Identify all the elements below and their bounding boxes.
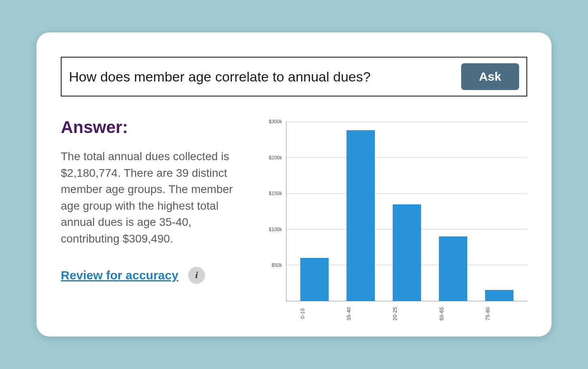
x-tick: 0-10 bbox=[300, 307, 328, 320]
ask-button[interactable]: Ask bbox=[461, 63, 519, 90]
y-tick: $200k bbox=[269, 155, 282, 161]
answer-body: The total annual dues collected is $2,18… bbox=[61, 148, 251, 247]
answer-column: Answer: The total annual dues collected … bbox=[61, 118, 251, 320]
chart-y-axis: $300k $200k $150k $100k $50k bbox=[263, 122, 286, 301]
x-tick: 35-40 bbox=[346, 307, 374, 320]
x-tick: 20-25 bbox=[392, 307, 421, 320]
chart-bar bbox=[485, 290, 513, 301]
chart-column: $300k $200k $150k $100k $50k bbox=[263, 118, 527, 320]
chart-bars bbox=[287, 122, 527, 301]
query-bar: Ask bbox=[61, 57, 527, 97]
y-tick: $150k bbox=[269, 191, 282, 196]
y-tick: $300k bbox=[269, 119, 282, 124]
chart-bar bbox=[439, 236, 467, 301]
y-tick: $100k bbox=[269, 227, 282, 232]
query-input[interactable] bbox=[69, 69, 453, 85]
chart-x-axis: 0-10 35-40 20-25 60-65 75-80 bbox=[286, 301, 527, 320]
answer-heading: Answer: bbox=[61, 118, 251, 137]
answer-card: Ask Answer: The total annual dues collec… bbox=[36, 32, 552, 337]
x-tick: 60-65 bbox=[439, 307, 467, 320]
chart-area: $300k $200k $150k $100k $50k bbox=[263, 122, 527, 301]
chart-bar bbox=[300, 258, 329, 301]
chart-plot bbox=[286, 122, 527, 301]
chart-bar bbox=[393, 204, 421, 301]
review-accuracy-link[interactable]: Review for accuracy bbox=[61, 268, 178, 282]
chart-bar bbox=[346, 130, 375, 301]
review-row: Review for accuracy i bbox=[61, 267, 251, 284]
content-row: Answer: The total annual dues collected … bbox=[61, 118, 527, 320]
y-tick: $50k bbox=[272, 262, 282, 268]
x-tick: 75-80 bbox=[485, 307, 513, 320]
info-icon[interactable]: i bbox=[188, 267, 205, 284]
